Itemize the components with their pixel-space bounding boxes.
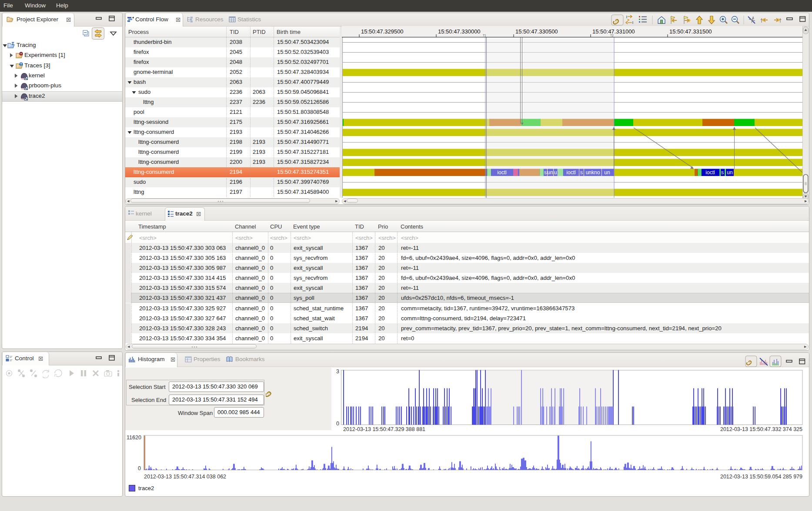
svg-text:s: s [721,169,724,176]
svg-text:s: s [580,169,583,176]
svg-text:T1: T1 [483,34,486,37]
svg-text:15:50:47.331000: 15:50:47.331000 [592,28,635,35]
svg-text:T2: T2 [610,34,614,37]
svg-text:15:50:47.330500: 15:50:47.330500 [515,28,558,35]
svg-text:un: un [604,169,610,176]
svg-text:15:50:47.330000: 15:50:47.330000 [438,28,481,35]
svg-text:u: u [554,169,557,176]
svg-text:s: s [544,169,547,176]
svg-text:15:50:47.329500: 15:50:47.329500 [361,28,404,35]
svg-text:ioctl: ioctl [705,169,715,176]
svg-text:unkno: unkno [586,169,600,176]
svg-text:un: un [547,169,553,176]
svg-text:15:50:47.331500: 15:50:47.331500 [669,28,712,35]
svg-text:ioctl: ioctl [497,169,506,176]
svg-text:un: un [727,169,732,176]
svg-text:ioctl: ioctl [566,169,575,176]
